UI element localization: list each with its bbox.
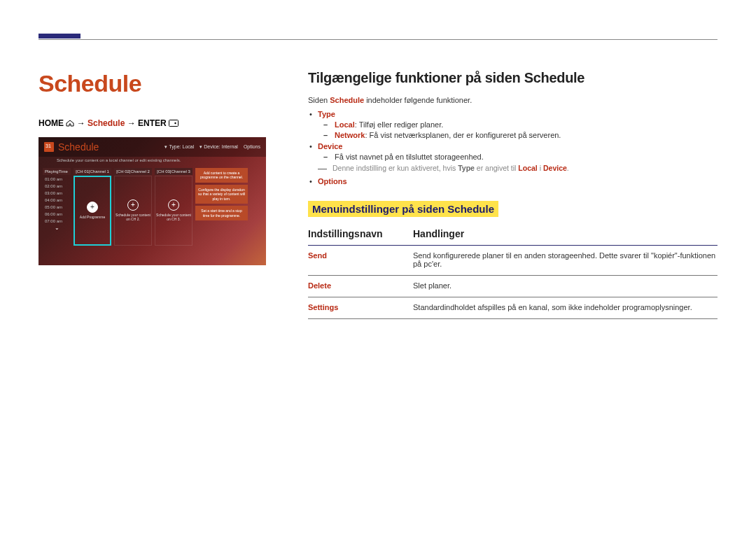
ss-title: Schedule <box>58 141 164 153</box>
setting-action: Send konfigurerede planer til en anden s… <box>413 246 718 276</box>
setting-action: Slet planer. <box>413 276 718 297</box>
ss-header: Schedule ▾ Type: Local ▾ Device: Interna… <box>38 137 266 157</box>
feature-options: Options <box>318 177 718 185</box>
setting-name: Send <box>308 246 413 276</box>
ss-header-controls: ▾ Type: Local ▾ Device: Internal Options <box>164 144 260 150</box>
ss-time-column: PlayingTime 01:00 am 02:00 am 03:00 am 0… <box>43 168 71 246</box>
ss-device-dropdown[interactable]: ▾ Device: Internal <box>200 144 238 150</box>
breadcrumb-enter: ENTER <box>138 118 167 128</box>
chevron-down-icon[interactable]: ⌄ <box>43 225 71 231</box>
ss-options-button[interactable]: Options <box>244 144 260 150</box>
right-column: Tilgængelige funktioner på siden Schedul… <box>308 70 718 319</box>
plus-icon[interactable]: + <box>87 202 98 213</box>
section-heading: Tilgængelige funktioner på siden Schedul… <box>308 70 718 86</box>
ss-time-row: 06:00 am <box>43 211 71 218</box>
type-local: Local: Tilføj eller rediger planer. <box>335 120 718 129</box>
setting-action: Standardindholdet afspilles på en kanal,… <box>413 297 718 319</box>
setting-name: Settings <box>308 297 413 319</box>
note-dash-icon: ― <box>318 164 327 173</box>
header-divider <box>38 39 718 40</box>
note-text: Denne indstilling er kun aktiveret, hvis… <box>332 164 569 173</box>
ss-channel-body: + Schedule your content on CH 3. <box>155 176 192 246</box>
subsection-title: Menuindstillinger på siden Schedule <box>308 201 498 217</box>
two-column-layout: Schedule HOME → Schedule → ENTER Schedul… <box>38 70 718 319</box>
ss-side-box: Set a start time and a stop time for the… <box>195 206 248 220</box>
ss-time-row: 07:00 am <box>43 218 71 225</box>
chevron-down-icon: ▾ <box>200 144 202 150</box>
ss-channel-label: Schedule your content on CH 3. <box>155 213 192 221</box>
plus-icon[interactable]: + <box>168 199 179 211</box>
ss-channel-header: [CH 02]Channel 2 <box>114 168 152 175</box>
breadcrumb-arrow: → <box>77 118 88 128</box>
feature-type: Type Local: Tilføj eller rediger planer.… <box>318 110 718 139</box>
ss-channel-2[interactable]: [CH 02]Channel 2 + Schedule your content… <box>114 168 152 246</box>
ss-time-row: 03:00 am <box>43 190 71 197</box>
device-sublist: Få vist navnet på en tilsluttet storagee… <box>318 153 718 161</box>
device-note: ― Denne indstilling er kun aktiveret, hv… <box>308 164 718 173</box>
chevron-down-icon: ▾ <box>164 144 167 150</box>
breadcrumb-home: HOME <box>38 118 64 128</box>
svg-point-1 <box>174 122 176 124</box>
ss-side-box: Configure the display duration so that a… <box>195 185 248 204</box>
ss-channel-header: [CH 03]Channel 3 <box>155 168 192 175</box>
feature-device: Device Få vist navnet på en tilsluttet s… <box>318 142 718 161</box>
table-row: Settings Standardindholdet afspilles på … <box>308 297 718 319</box>
settings-table: Indstillingsnavn Handlinger Send Send ko… <box>308 224 718 319</box>
ss-time-row: 01:00 am <box>43 176 71 183</box>
ss-type-dropdown[interactable]: ▾ Type: Local <box>164 144 194 150</box>
svg-rect-0 <box>169 120 178 126</box>
ss-body: PlayingTime 01:00 am 02:00 am 03:00 am 0… <box>38 165 266 248</box>
ss-time-row: 05:00 am <box>43 204 71 211</box>
breadcrumb-schedule: Schedule <box>88 118 125 128</box>
col-action-header: Handlinger <box>413 224 718 246</box>
header-accent-bar <box>38 34 80 38</box>
type-sublist: Local: Tilføj eller rediger planer. Netw… <box>318 120 718 139</box>
intro-text: Siden Schedule indeholder følgende funkt… <box>308 96 718 104</box>
plus-icon[interactable]: + <box>127 199 139 211</box>
type-network: Network: Få vist netværksplanen, der er … <box>335 131 718 139</box>
ss-time-row: 02:00 am <box>43 183 71 190</box>
setting-name: Delete <box>308 276 413 297</box>
feature-list-2: Options <box>308 177 718 185</box>
breadcrumb-arrow: → <box>127 118 138 128</box>
ss-time-header: PlayingTime <box>43 168 71 175</box>
ss-channel-body: + Schedule your content on CH 2. <box>114 176 152 246</box>
page-title: Schedule <box>38 70 266 97</box>
feature-list: Type Local: Tilføj eller rediger planer.… <box>308 110 718 161</box>
table-row: Delete Slet planer. <box>308 276 718 297</box>
ss-channel-3[interactable]: [CH 03]Channel 3 + Schedule your content… <box>155 168 192 246</box>
home-icon <box>66 119 74 129</box>
ss-side-panel: Add content to create a programme on the… <box>195 168 248 246</box>
calendar-icon <box>44 142 54 152</box>
col-name-header: Indstillingsnavn <box>308 224 413 246</box>
device-text: Få vist navnet på en tilsluttet storagee… <box>335 153 718 161</box>
ss-subtitle: Schedule your content on a local channel… <box>38 157 266 165</box>
table-row: Send Send konfigurerede planer til en an… <box>308 246 718 276</box>
table-header-row: Indstillingsnavn Handlinger <box>308 224 718 246</box>
page: Schedule HOME → Schedule → ENTER Schedul… <box>0 0 756 347</box>
ss-time-row: 04:00 am <box>43 197 71 204</box>
breadcrumb: HOME → Schedule → ENTER <box>38 118 266 129</box>
schedule-screenshot: Schedule ▾ Type: Local ▾ Device: Interna… <box>38 137 266 265</box>
enter-icon <box>169 119 178 129</box>
left-column: Schedule HOME → Schedule → ENTER Schedul… <box>38 70 266 319</box>
ss-side-box: Add content to create a programme on the… <box>195 168 248 183</box>
ss-channel-body: + Add Programme <box>74 176 111 246</box>
ss-channel-label: Add Programme <box>80 215 105 219</box>
ss-channel-1[interactable]: [CH 01]Channel 1 + Add Programme <box>74 168 111 246</box>
ss-channel-header: [CH 01]Channel 1 <box>74 168 111 175</box>
ss-channel-label: Schedule your content on CH 2. <box>115 213 151 221</box>
